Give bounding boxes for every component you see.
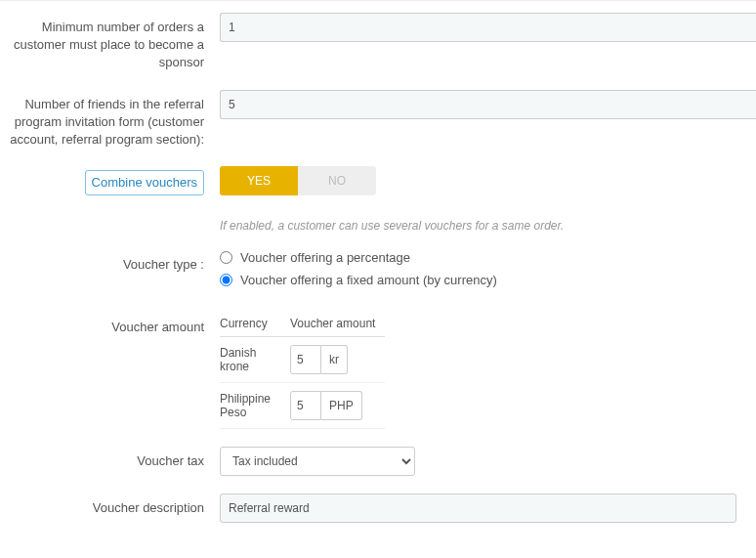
settings-form: Minimum number of orders a customer must…	[0, 0, 756, 523]
amount-input-php[interactable]	[290, 391, 321, 420]
row-min-orders: Minimum number of orders a customer must…	[0, 13, 756, 72]
min-orders-input[interactable]	[220, 13, 756, 42]
label-num-friends: Number of friends in the referral progra…	[0, 90, 210, 150]
label-voucher-tax: Voucher tax	[0, 447, 210, 470]
row-combine-vouchers: Combine vouchers YES NO If enabled, a cu…	[0, 166, 756, 233]
voucher-type-percentage-label: Voucher offering a percentage	[240, 250, 410, 265]
combine-toggle: YES NO	[220, 166, 376, 195]
amount-input-dkk[interactable]	[290, 345, 321, 374]
col-header-amount: Voucher amount	[290, 313, 385, 337]
label-min-orders: Minimum number of orders a customer must…	[0, 13, 210, 72]
voucher-tax-select[interactable]: Tax included	[220, 447, 415, 476]
row-voucher-amount: Voucher amount Currency Voucher amount D…	[0, 313, 756, 429]
col-header-currency: Currency	[220, 313, 290, 337]
num-friends-input[interactable]	[220, 90, 756, 119]
label-voucher-type: Voucher type :	[0, 250, 210, 274]
row-voucher-description: Voucher description	[0, 494, 756, 523]
voucher-type-fixed-label: Voucher offering a fixed amount (by curr…	[240, 273, 497, 287]
combine-yes-button[interactable]: YES	[220, 166, 298, 195]
currency-name: Danish krone	[220, 337, 290, 383]
label-voucher-description: Voucher description	[0, 494, 210, 517]
currency-name: Philippine Peso	[220, 383, 290, 429]
label-combine-vouchers: Combine vouchers	[85, 170, 204, 195]
currency-symbol: PHP	[321, 391, 362, 420]
table-row: Philippine Peso PHP	[220, 383, 385, 429]
label-voucher-amount: Voucher amount	[0, 313, 210, 336]
voucher-description-input[interactable]	[220, 494, 736, 523]
table-row: Danish krone kr	[220, 337, 385, 383]
combine-help-text: If enabled, a customer can use several v…	[220, 219, 756, 233]
row-voucher-tax: Voucher tax Tax included	[0, 447, 756, 476]
row-num-friends: Number of friends in the referral progra…	[0, 90, 756, 150]
voucher-type-percentage-radio[interactable]	[220, 251, 232, 264]
row-voucher-type: Voucher type : Voucher offering a percen…	[0, 250, 756, 295]
currency-symbol: kr	[321, 345, 348, 374]
voucher-type-fixed-radio[interactable]	[220, 274, 232, 286]
voucher-amount-table: Currency Voucher amount Danish krone kr	[220, 313, 385, 429]
combine-no-button[interactable]: NO	[298, 166, 376, 195]
